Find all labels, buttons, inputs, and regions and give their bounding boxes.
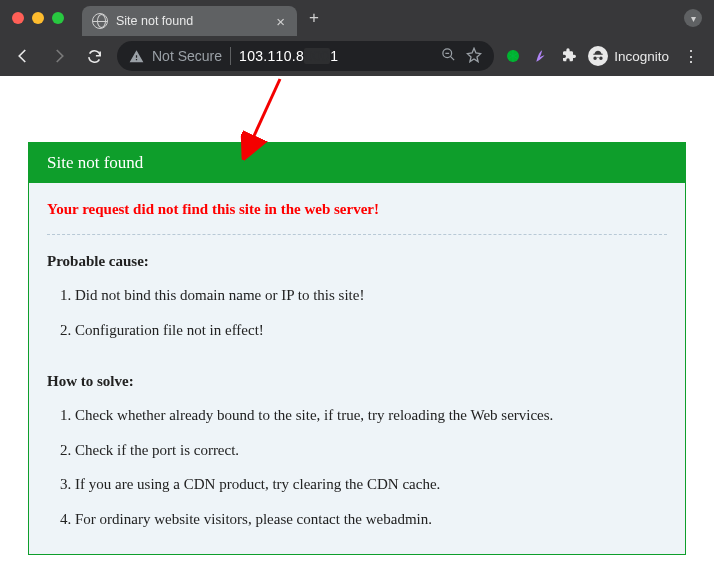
separator — [230, 47, 231, 65]
error-message: Your request did not find this site in t… — [47, 201, 667, 235]
incognito-indicator[interactable]: Incognito — [588, 46, 669, 66]
list-item: Check if the port is correct. — [75, 433, 667, 468]
arrow-left-icon — [14, 47, 32, 65]
zoom-icon[interactable] — [441, 47, 456, 65]
minimize-window-icon[interactable] — [32, 12, 44, 24]
browser-chrome: Site not found × + ▾ Not Secure 103.110.… — [0, 0, 714, 76]
extensions-menu-icon[interactable] — [560, 47, 578, 65]
new-tab-button[interactable]: + — [297, 8, 331, 28]
card-header: Site not found — [29, 143, 685, 183]
list-item: Did not bind this domain name or IP to t… — [75, 278, 667, 313]
list-item: Check whether already bound to the site,… — [75, 398, 667, 433]
window-controls[interactable] — [12, 12, 64, 24]
globe-icon — [92, 13, 108, 29]
extension-icon[interactable] — [532, 47, 550, 65]
url-text: 103.110.80001 — [239, 48, 338, 64]
arrow-right-icon — [50, 47, 68, 65]
chevron-down-icon: ▾ — [684, 9, 702, 27]
not-secure-icon — [129, 49, 144, 64]
close-window-icon[interactable] — [12, 12, 24, 24]
incognito-label: Incognito — [614, 49, 669, 64]
page-content: Site not found Your request did not find… — [0, 76, 714, 575]
error-card: Site not found Your request did not find… — [28, 142, 686, 555]
bookmark-star-icon[interactable] — [466, 47, 482, 66]
close-tab-icon[interactable]: × — [272, 11, 289, 32]
card-body: Your request did not find this site in t… — [29, 183, 685, 554]
incognito-icon — [588, 46, 608, 66]
tabs-overflow-button[interactable]: ▾ — [684, 9, 702, 27]
reload-icon — [86, 48, 103, 65]
toolbar: Not Secure 103.110.80001 — [0, 36, 714, 76]
probable-cause-list: Did not bind this domain name or IP to t… — [47, 278, 667, 347]
how-to-solve-heading: How to solve: — [47, 373, 667, 390]
list-item: For ordinary website visitors, please co… — [75, 502, 667, 537]
browser-tab[interactable]: Site not found × — [82, 6, 297, 36]
extension-icon[interactable] — [504, 47, 522, 65]
tab-title: Site not found — [116, 14, 264, 28]
address-bar[interactable]: Not Secure 103.110.80001 — [117, 41, 494, 71]
maximize-window-icon[interactable] — [52, 12, 64, 24]
probable-cause-heading: Probable cause: — [47, 253, 667, 270]
security-label: Not Secure — [152, 48, 222, 64]
list-item: Configuration file not in effect! — [75, 313, 667, 348]
back-button[interactable] — [10, 43, 36, 69]
extension-icons: Incognito ⋮ — [504, 46, 704, 66]
reload-button[interactable] — [82, 44, 107, 69]
page-viewport: Site not found Your request did not find… — [0, 76, 714, 575]
browser-menu-button[interactable]: ⋮ — [679, 47, 704, 66]
forward-button[interactable] — [46, 43, 72, 69]
list-item: If you are using a CDN product, try clea… — [75, 467, 667, 502]
tab-bar: Site not found × + ▾ — [0, 0, 714, 36]
solution-list: Check whether already bound to the site,… — [47, 398, 667, 536]
